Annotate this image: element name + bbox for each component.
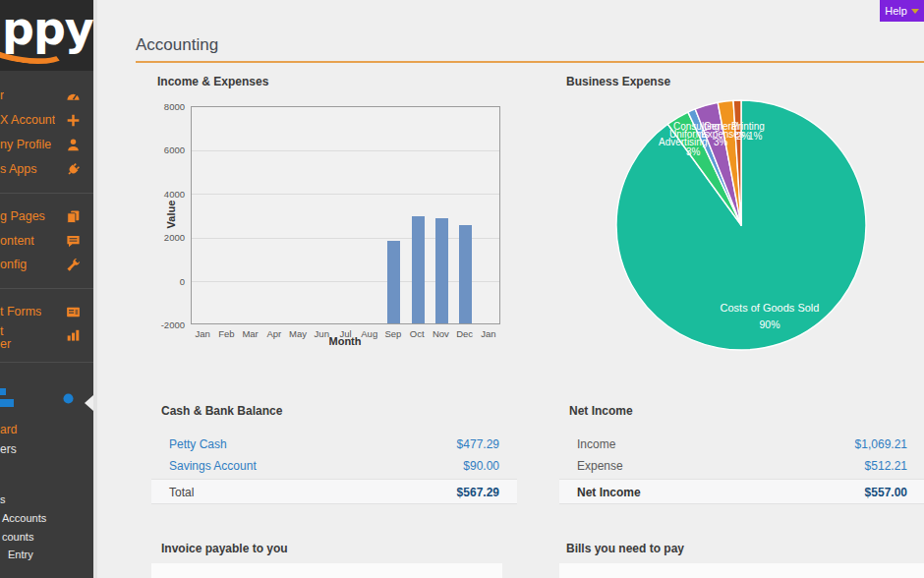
savings-account-link[interactable]: Savings Account bbox=[169, 459, 257, 473]
help-button-label: Help bbox=[885, 5, 907, 17]
total-label: Total bbox=[169, 486, 194, 499]
sidebar-item-builder[interactable]: r bbox=[0, 84, 93, 107]
sidebar-item-landing-pages[interactable]: g Pages bbox=[0, 204, 93, 228]
income-label: Income bbox=[577, 437, 615, 451]
page-title: Accounting bbox=[136, 35, 218, 55]
x-tick-label: Apr bbox=[261, 328, 287, 339]
bar-chart-icon bbox=[66, 327, 81, 342]
sidebar-item-dashboard[interactable]: ard bbox=[0, 423, 17, 436]
sidebar-item-customers[interactable]: ers bbox=[0, 442, 17, 456]
table-row: Expense $512.21 bbox=[559, 456, 924, 476]
y-tick-label: -2000 bbox=[153, 319, 185, 330]
card-title: Cash & Bank Balance bbox=[161, 404, 282, 418]
net-income-label: Net Income bbox=[577, 486, 641, 499]
sidebar-item-label: X Account bbox=[0, 113, 55, 127]
bills-panel bbox=[559, 563, 924, 578]
sidebar-item-label: t Forms bbox=[0, 305, 41, 318]
x-tick-label: Nov bbox=[428, 328, 453, 339]
sidebar-item-journal-entry[interactable]: Entry bbox=[8, 549, 33, 560]
sidebar-divider bbox=[0, 193, 93, 194]
sidebar-item-config[interactable]: onfig bbox=[0, 253, 93, 276]
table-row: Savings Account $90.00 bbox=[151, 456, 517, 476]
sidebar: ppy r X Account ny Profile s Apps g Page… bbox=[0, 0, 93, 578]
total-value: $567.29 bbox=[457, 486, 499, 499]
active-item-label-fragment bbox=[0, 399, 14, 407]
sidebar-item-report-builder[interactable]: t er bbox=[0, 325, 93, 351]
x-tick-label: Dec bbox=[452, 328, 478, 339]
x-tick-label: Sep bbox=[380, 328, 406, 339]
pie-chart-title: Business Expense bbox=[566, 75, 670, 88]
sidebar-item-x-account[interactable]: X Account bbox=[0, 108, 93, 132]
total-row: Total $567.29 bbox=[151, 479, 517, 504]
sidebar-divider bbox=[0, 362, 93, 363]
x-tick-label: Jan bbox=[476, 328, 501, 339]
sidebar-item-apps[interactable]: s Apps bbox=[0, 157, 93, 181]
pie-slice-pct-label: 3% bbox=[686, 146, 700, 157]
bar-dec bbox=[459, 225, 472, 323]
y-tick-label: 6000 bbox=[153, 144, 185, 155]
chevron-down-icon bbox=[911, 9, 919, 14]
bar-sep bbox=[387, 241, 400, 323]
income-expenses-bar-chart bbox=[191, 106, 500, 324]
expense-value: $512.21 bbox=[865, 459, 907, 473]
y-axis-label: Value bbox=[165, 190, 177, 239]
invoices-panel bbox=[151, 563, 502, 578]
sidebar-item-label: onfig bbox=[0, 258, 27, 271]
pie-main-slice-pct: 90% bbox=[691, 318, 848, 330]
chat-icon bbox=[66, 234, 81, 249]
gridline bbox=[192, 194, 499, 195]
sidebar-item-content[interactable]: ontent bbox=[0, 229, 93, 253]
sidebar-item-label: g Pages bbox=[0, 209, 45, 223]
sidebar-item-items[interactable]: s bbox=[0, 493, 6, 505]
y-tick-label: 8000 bbox=[153, 101, 185, 112]
invoices-section-title: Invoice payable to you bbox=[161, 542, 288, 555]
gridline bbox=[192, 238, 499, 239]
table-row: Income $1,069.21 bbox=[559, 434, 924, 454]
active-item-label-fragment bbox=[0, 388, 6, 395]
sidebar-item-label: s Apps bbox=[0, 162, 37, 176]
cash-bank-balance-card: Cash & Bank Balance Petty Cash $477.29 S… bbox=[151, 397, 517, 507]
petty-cash-value: $477.29 bbox=[457, 437, 499, 451]
app-logo[interactable]: ppy bbox=[0, 0, 93, 71]
bills-section-title: Bills you need to pay bbox=[566, 542, 684, 555]
sidebar-item-contact-forms[interactable]: t Forms bbox=[0, 300, 93, 323]
form-icon bbox=[66, 305, 81, 319]
pie-main-slice-label: Costs of Goods Sold bbox=[691, 302, 848, 314]
x-tick-label: Jan bbox=[190, 328, 215, 339]
total-row: Net Income $557.00 bbox=[559, 479, 924, 504]
net-income-value: $557.00 bbox=[865, 486, 907, 499]
help-button[interactable]: Help bbox=[880, 0, 924, 22]
sidebar-item-bank-accounts[interactable]: Accounts bbox=[2, 512, 46, 524]
x-axis-label: Month bbox=[320, 335, 370, 347]
card-title: Net Income bbox=[569, 404, 633, 418]
sidebar-divider bbox=[0, 288, 93, 289]
net-income-card: Net Income Income $1,069.21 Expense $512… bbox=[559, 397, 924, 507]
x-tick-label: Mar bbox=[238, 328, 263, 339]
x-tick-label: May bbox=[285, 328, 311, 339]
plus-icon bbox=[66, 113, 81, 128]
wrench-icon bbox=[66, 258, 81, 272]
sidebar-item-label: ny Profile bbox=[0, 138, 51, 151]
x-tick-label: Feb bbox=[213, 328, 239, 339]
y-tick-label: 0 bbox=[153, 276, 185, 287]
gridline bbox=[192, 150, 499, 151]
petty-cash-link[interactable]: Petty Cash bbox=[169, 437, 227, 451]
pages-icon bbox=[66, 209, 81, 224]
expense-label: Expense bbox=[577, 459, 623, 473]
bar-nov bbox=[435, 218, 448, 323]
bar-chart-title: Income & Expenses bbox=[157, 75, 268, 88]
title-underline bbox=[136, 61, 924, 63]
sidebar-item-chart-accounts[interactable]: counts bbox=[2, 531, 33, 543]
active-dot-icon bbox=[62, 391, 75, 404]
plug-icon bbox=[66, 162, 81, 177]
sidebar-item-label: ontent bbox=[0, 234, 34, 248]
active-item-pointer bbox=[85, 395, 93, 411]
gauge-icon bbox=[66, 88, 81, 103]
savings-account-value: $90.00 bbox=[463, 459, 499, 473]
income-value: $1,069.21 bbox=[855, 437, 907, 451]
table-row: Petty Cash $477.29 bbox=[151, 434, 517, 454]
sidebar-item-company-profile[interactable]: ny Profile bbox=[0, 133, 93, 156]
sidebar-item-label: r bbox=[0, 88, 4, 102]
user-icon bbox=[66, 138, 81, 152]
bar-oct bbox=[412, 216, 425, 323]
